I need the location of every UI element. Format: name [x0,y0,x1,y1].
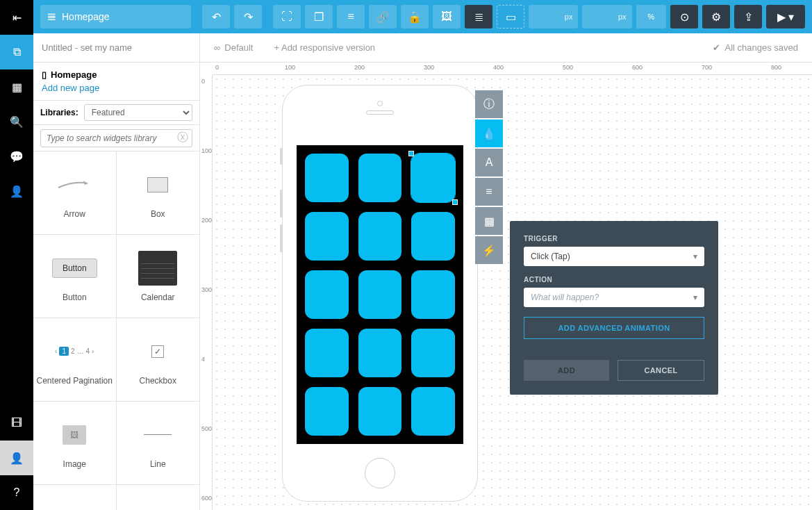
line-icon [144,434,172,435]
add-advanced-animation-button[interactable]: ADD ADVANCED ANIMATION [524,317,704,339]
sitemap-icon: 𝌆 [47,11,56,22]
height-input[interactable]: px [582,5,631,28]
widget-pagination[interactable]: ‹12…4› Centered Pagination [33,318,117,402]
phone-home-button [365,458,395,488]
left-rail: ⇤ ⧉ ▦ 🔍 💬 👤 🎞 👤 ? [0,0,33,510]
search-icon[interactable]: 🔍 [0,104,33,139]
calendar-icon [138,251,177,286]
widget-grid: Arrow Box Button Button Calendar ‹12…4› … [33,151,199,510]
components-icon[interactable]: ▦ [0,69,33,104]
check-icon: ✔ [713,42,720,53]
pattern-tool-icon[interactable]: ▦ [475,207,503,235]
image-icon[interactable]: 🖼 [433,5,461,28]
topbar: 𝌆 Homepage ↶ ↷ ⛶ ❐ ≡ 🔗 🔒 🖼 ≣ ▭ px px % ⊙… [33,0,812,33]
profile-icon[interactable]: 👤 [0,441,33,475]
play-button[interactable]: ▶ ▾ [766,5,805,28]
action-select[interactable]: What will happen? [524,288,704,307]
left-panel: Untitled - set my name ▯ Homepage Add ne… [33,33,200,510]
interaction-tool-icon[interactable]: ⚡ [475,236,503,264]
app-icon[interactable] [411,270,455,319]
clear-search-icon[interactable]: ⓧ [177,131,188,145]
page-icon: ▯ [42,69,47,80]
redo-button[interactable]: ↷ [234,5,262,28]
link-icon[interactable]: 🔗 [369,5,397,28]
interaction-popover: TRIGGER Click (Tap) ACTION What will hap… [510,221,718,395]
percent-input[interactable]: % [636,5,666,28]
saved-status: ✔All changes saved [713,42,798,53]
canvas[interactable]: ⓘ 💧 A ≡ ▦ ⚡ TRIGGER Click (Tap) ACTION W… [213,75,812,510]
app-icon[interactable] [411,387,455,436]
exit-icon[interactable]: ⇤ [0,0,33,35]
app-icon[interactable] [411,212,455,261]
breadcrumb-label: Homepage [62,11,110,22]
comments-icon[interactable]: 💬 [0,139,33,174]
add-responsive-tab[interactable]: + Add responsive version [274,42,375,53]
project-name[interactable]: Untitled - set my name [33,33,199,63]
width-input[interactable]: px [529,5,578,28]
pagination-icon: ‹12…4› [55,347,94,356]
app-icon[interactable] [411,329,455,377]
page-item[interactable]: ▯ Homepage [33,63,199,83]
action-label: ACTION [524,276,704,283]
info-tool-icon[interactable]: ⓘ [475,90,503,118]
widget-search-input[interactable] [40,129,192,147]
box-icon [147,177,168,192]
app-icon-selected[interactable] [411,154,455,202]
app-icon[interactable] [358,212,402,261]
widget-arrow[interactable]: Arrow [33,151,117,235]
app-icon[interactable] [305,212,349,261]
app-icon[interactable] [305,270,349,319]
widget-box[interactable]: Box [117,151,200,235]
add-new-page[interactable]: Add new page [33,83,199,100]
crop-icon[interactable]: ⛶ [273,5,301,28]
element-tools: ⓘ 💧 A ≡ ▦ ⚡ [475,90,503,264]
widget-button[interactable]: Button Button [33,235,117,318]
lines-tool-icon[interactable]: ≡ [475,178,503,206]
app-icon[interactable] [305,154,349,202]
app-icon[interactable] [358,387,402,436]
libraries-label: Libraries: [40,108,78,117]
widget-calendar[interactable]: Calendar [117,235,200,318]
app-icon[interactable] [305,329,349,377]
preview-toggle-icon[interactable]: ⊙ [670,5,698,28]
device-screen [297,145,463,444]
layers-icon[interactable]: ≣ [465,5,492,28]
copy-icon[interactable]: ❐ [305,5,333,28]
pages-icon[interactable]: ⧉ [0,35,33,69]
app-icon[interactable] [358,329,402,377]
app-icon[interactable] [305,387,349,436]
film-icon[interactable]: 🎞 [0,406,33,441]
widget-line[interactable]: Line [117,402,200,485]
ruler-vertical: 0 100 200 300 4 500 600 [200,75,213,510]
arrow-icon [57,178,92,192]
app-icon[interactable] [358,154,402,202]
trigger-select[interactable]: Click (Tap) [524,247,704,266]
group-icon[interactable]: ▭ [497,5,524,28]
share-icon[interactable]: ⇪ [734,5,762,28]
fill-tool-icon[interactable]: 💧 [475,120,503,147]
users-icon[interactable]: 👤 [0,174,33,208]
add-button[interactable]: ADD [524,360,609,381]
trigger-label: TRIGGER [524,235,704,242]
widget-checkbox[interactable]: ✓ Checkbox [117,318,200,402]
library-row: Libraries: Featured [33,100,199,125]
widget-chart[interactable] [33,485,117,510]
breadcrumb[interactable]: 𝌆 Homepage [40,5,191,28]
help-icon[interactable]: ? [0,475,33,510]
settings-icon[interactable]: ⚙ [702,5,730,28]
checkbox-icon: ✓ [151,345,164,358]
align-icon[interactable]: ≡ [337,5,365,28]
widget-image[interactable]: 🖼 Image [33,402,117,485]
cancel-button[interactable]: CANCEL [618,360,704,381]
undo-button[interactable]: ↶ [202,5,230,28]
ruler-horizontal: 0 100 200 300 400 500 600 700 800 [213,63,812,75]
phone-camera [377,101,383,106]
app-icon[interactable] [358,270,402,319]
text-tool-icon[interactable]: A [475,149,503,176]
device-frame [282,85,478,502]
widget-text[interactable]: A [117,485,200,510]
library-select[interactable]: Featured [84,104,192,121]
default-tab[interactable]: ∞Default [214,42,253,53]
lock-icon[interactable]: 🔒 [401,5,429,28]
subheader: ∞Default + Add responsive version ✔All c… [200,33,812,63]
